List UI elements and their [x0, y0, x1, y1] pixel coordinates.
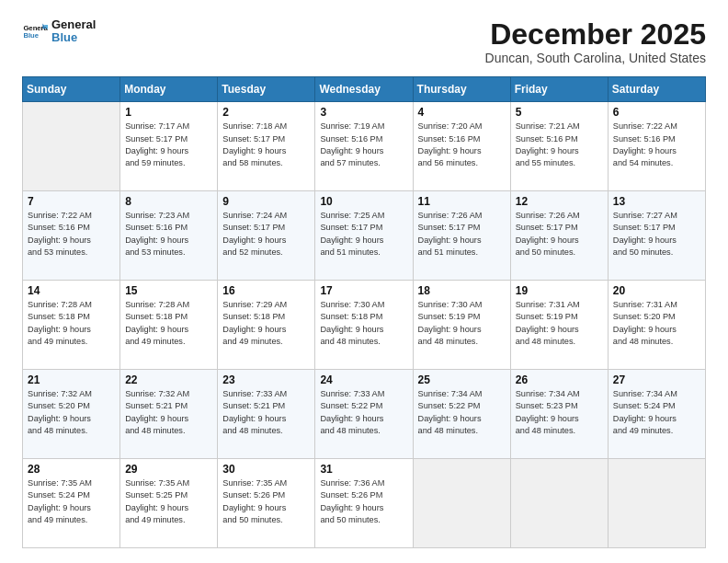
calendar-week-row: 14Sunrise: 7:28 AM Sunset: 5:18 PM Dayli… [23, 281, 706, 370]
calendar-cell: 14Sunrise: 7:28 AM Sunset: 5:18 PM Dayli… [23, 281, 120, 370]
weekday-tuesday: Tuesday [218, 77, 315, 102]
calendar-cell: 28Sunrise: 7:35 AM Sunset: 5:24 PM Dayli… [23, 459, 120, 548]
day-number: 25 [418, 373, 506, 386]
calendar-cell: 21Sunrise: 7:32 AM Sunset: 5:20 PM Dayli… [23, 370, 120, 459]
calendar-cell: 20Sunrise: 7:31 AM Sunset: 5:20 PM Dayli… [608, 281, 705, 370]
calendar-cell: 26Sunrise: 7:34 AM Sunset: 5:23 PM Dayli… [510, 370, 608, 459]
day-info: Sunrise: 7:22 AM Sunset: 5:16 PM Dayligh… [28, 210, 115, 259]
day-number: 2 [222, 106, 310, 119]
calendar-cell [608, 459, 705, 548]
calendar-cell: 27Sunrise: 7:34 AM Sunset: 5:24 PM Dayli… [608, 370, 705, 459]
title-block: December 2025 Duncan, South Carolina, Un… [485, 18, 706, 65]
calendar-cell: 30Sunrise: 7:35 AM Sunset: 5:26 PM Dayli… [218, 459, 315, 548]
day-number: 16 [222, 284, 310, 297]
calendar-cell: 1Sunrise: 7:17 AM Sunset: 5:17 PM Daylig… [120, 102, 218, 191]
day-number: 9 [222, 195, 310, 208]
day-info: Sunrise: 7:36 AM Sunset: 5:26 PM Dayligh… [320, 477, 407, 526]
day-number: 28 [28, 463, 115, 476]
calendar-cell: 4Sunrise: 7:20 AM Sunset: 5:16 PM Daylig… [413, 102, 510, 191]
logo: General Blue General Blue [22, 18, 96, 45]
day-info: Sunrise: 7:33 AM Sunset: 5:22 PM Dayligh… [320, 388, 407, 437]
logo-general: General [51, 18, 96, 31]
calendar-table: SundayMondayTuesdayWednesdayThursdayFrid… [22, 76, 706, 548]
weekday-monday: Monday [120, 77, 218, 102]
day-info: Sunrise: 7:30 AM Sunset: 5:19 PM Dayligh… [418, 299, 506, 348]
day-number: 1 [125, 106, 212, 119]
day-info: Sunrise: 7:34 AM Sunset: 5:22 PM Dayligh… [418, 388, 506, 437]
calendar-cell [413, 459, 510, 548]
calendar-cell [23, 102, 120, 191]
calendar-cell: 18Sunrise: 7:30 AM Sunset: 5:19 PM Dayli… [413, 281, 510, 370]
day-number: 6 [613, 106, 700, 119]
day-number: 13 [613, 195, 700, 208]
day-number: 26 [516, 373, 603, 386]
day-number: 31 [320, 463, 407, 476]
calendar-cell: 7Sunrise: 7:22 AM Sunset: 5:16 PM Daylig… [23, 191, 120, 281]
day-info: Sunrise: 7:18 AM Sunset: 5:17 PM Dayligh… [222, 121, 310, 169]
day-info: Sunrise: 7:25 AM Sunset: 5:17 PM Dayligh… [320, 210, 407, 259]
day-info: Sunrise: 7:26 AM Sunset: 5:17 PM Dayligh… [516, 210, 603, 259]
weekday-saturday: Saturday [608, 77, 705, 102]
day-info: Sunrise: 7:28 AM Sunset: 5:18 PM Dayligh… [125, 299, 212, 348]
weekday-friday: Friday [510, 77, 608, 102]
day-number: 5 [516, 106, 603, 119]
day-number: 10 [320, 195, 407, 208]
day-info: Sunrise: 7:35 AM Sunset: 5:24 PM Dayligh… [28, 477, 115, 526]
header: General Blue General Blue December 2025 … [22, 18, 706, 65]
day-number: 22 [125, 373, 212, 386]
calendar-cell: 24Sunrise: 7:33 AM Sunset: 5:22 PM Dayli… [315, 370, 413, 459]
day-number: 23 [222, 373, 310, 386]
day-info: Sunrise: 7:35 AM Sunset: 5:26 PM Dayligh… [222, 477, 310, 526]
day-info: Sunrise: 7:20 AM Sunset: 5:16 PM Dayligh… [418, 121, 506, 169]
calendar-week-row: 7Sunrise: 7:22 AM Sunset: 5:16 PM Daylig… [23, 191, 706, 281]
day-info: Sunrise: 7:24 AM Sunset: 5:17 PM Dayligh… [222, 210, 310, 259]
weekday-sunday: Sunday [23, 77, 120, 102]
day-info: Sunrise: 7:32 AM Sunset: 5:20 PM Dayligh… [28, 388, 115, 437]
calendar-cell: 29Sunrise: 7:35 AM Sunset: 5:25 PM Dayli… [120, 459, 218, 548]
logo-icon: General Blue [22, 18, 48, 44]
calendar-cell [510, 459, 608, 548]
day-number: 29 [125, 463, 212, 476]
calendar-cell: 8Sunrise: 7:23 AM Sunset: 5:16 PM Daylig… [120, 191, 218, 281]
day-number: 3 [320, 106, 407, 119]
calendar-cell: 25Sunrise: 7:34 AM Sunset: 5:22 PM Dayli… [413, 370, 510, 459]
day-info: Sunrise: 7:30 AM Sunset: 5:18 PM Dayligh… [320, 299, 407, 348]
calendar-cell: 5Sunrise: 7:21 AM Sunset: 5:16 PM Daylig… [510, 102, 608, 191]
calendar-cell: 9Sunrise: 7:24 AM Sunset: 5:17 PM Daylig… [218, 191, 315, 281]
calendar-cell: 10Sunrise: 7:25 AM Sunset: 5:17 PM Dayli… [315, 191, 413, 281]
day-number: 8 [125, 195, 212, 208]
day-number: 11 [418, 195, 506, 208]
calendar-cell: 12Sunrise: 7:26 AM Sunset: 5:17 PM Dayli… [510, 191, 608, 281]
calendar-cell: 22Sunrise: 7:32 AM Sunset: 5:21 PM Dayli… [120, 370, 218, 459]
day-number: 24 [320, 373, 407, 386]
calendar-cell: 13Sunrise: 7:27 AM Sunset: 5:17 PM Dayli… [608, 191, 705, 281]
day-info: Sunrise: 7:31 AM Sunset: 5:19 PM Dayligh… [516, 299, 603, 348]
day-info: Sunrise: 7:17 AM Sunset: 5:17 PM Dayligh… [125, 121, 212, 169]
month-title: December 2025 [485, 18, 706, 51]
day-info: Sunrise: 7:34 AM Sunset: 5:24 PM Dayligh… [613, 388, 700, 437]
day-number: 7 [28, 195, 115, 208]
day-number: 27 [613, 373, 700, 386]
calendar-cell: 23Sunrise: 7:33 AM Sunset: 5:21 PM Dayli… [218, 370, 315, 459]
svg-text:Blue: Blue [23, 31, 39, 40]
calendar-cell: 15Sunrise: 7:28 AM Sunset: 5:18 PM Dayli… [120, 281, 218, 370]
page: General Blue General Blue December 2025 … [0, 0, 728, 563]
day-info: Sunrise: 7:34 AM Sunset: 5:23 PM Dayligh… [516, 388, 603, 437]
calendar-cell: 16Sunrise: 7:29 AM Sunset: 5:18 PM Dayli… [218, 281, 315, 370]
day-number: 18 [418, 284, 506, 297]
day-info: Sunrise: 7:21 AM Sunset: 5:16 PM Dayligh… [516, 121, 603, 169]
day-number: 14 [28, 284, 115, 297]
calendar-cell: 6Sunrise: 7:22 AM Sunset: 5:16 PM Daylig… [608, 102, 705, 191]
day-number: 30 [222, 463, 310, 476]
day-number: 20 [613, 284, 700, 297]
day-number: 19 [516, 284, 603, 297]
day-info: Sunrise: 7:29 AM Sunset: 5:18 PM Dayligh… [222, 299, 310, 348]
day-number: 4 [418, 106, 506, 119]
weekday-header-row: SundayMondayTuesdayWednesdayThursdayFrid… [23, 77, 706, 102]
day-info: Sunrise: 7:31 AM Sunset: 5:20 PM Dayligh… [613, 299, 700, 348]
day-info: Sunrise: 7:26 AM Sunset: 5:17 PM Dayligh… [418, 210, 506, 259]
calendar-cell: 17Sunrise: 7:30 AM Sunset: 5:18 PM Dayli… [315, 281, 413, 370]
logo-blue: Blue [51, 31, 96, 44]
day-info: Sunrise: 7:33 AM Sunset: 5:21 PM Dayligh… [222, 388, 310, 437]
day-number: 12 [516, 195, 603, 208]
